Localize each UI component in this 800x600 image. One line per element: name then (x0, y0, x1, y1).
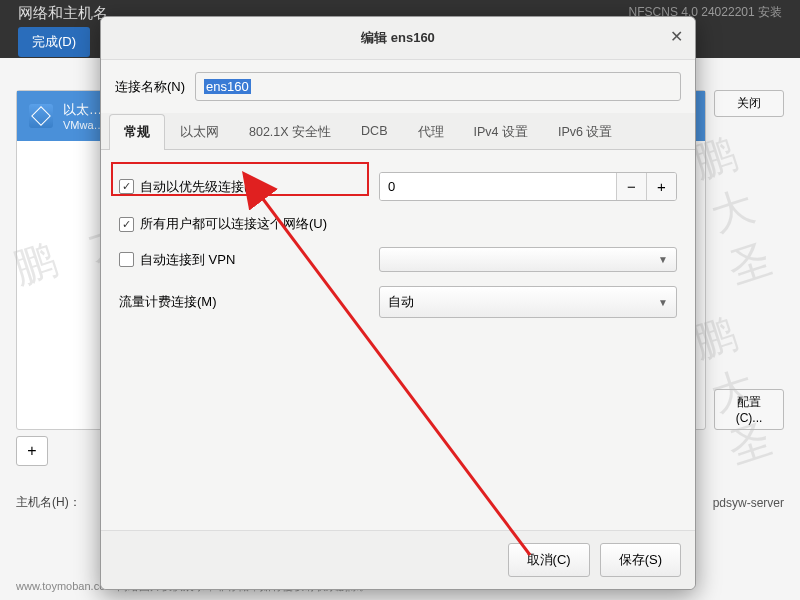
add-connection-button[interactable]: + (16, 436, 48, 466)
all-users-checkbox[interactable] (119, 217, 134, 232)
tab-8021x[interactable]: 802.1X 安全性 (234, 114, 346, 150)
connection-item-title: 以太… (63, 101, 105, 119)
auto-vpn-label: 自动连接到 VPN (140, 251, 235, 269)
priority-minus-button[interactable]: − (616, 173, 646, 200)
close-button[interactable]: 关闭 (714, 90, 784, 117)
priority-input[interactable] (380, 173, 616, 200)
metered-combo[interactable]: 自动 ▼ (379, 286, 677, 318)
tab-dcb[interactable]: DCB (346, 114, 402, 150)
vpn-combo[interactable]: ▼ (379, 247, 677, 272)
metered-label: 流量计费连接(M) (119, 293, 217, 311)
bg-title: 网络和主机名 (18, 4, 108, 21)
edit-connection-dialog: 编辑 ens160 ✕ 连接名称(N) ens160 常规 以太网 802.1X… (100, 16, 696, 590)
priority-spinner[interactable]: − + (379, 172, 677, 201)
auto-vpn-checkbox[interactable] (119, 252, 134, 267)
tab-general[interactable]: 常规 (109, 114, 165, 150)
all-users-label: 所有用户都可以连接这个网络(U) (140, 215, 327, 233)
auto-priority-checkbox[interactable] (119, 179, 134, 194)
dialog-title: 编辑 ens160 ✕ (101, 17, 695, 60)
save-button[interactable]: 保存(S) (600, 543, 681, 577)
connection-item-sub: VMwa… (63, 119, 105, 131)
hostname-value: pdsyw-server (713, 496, 784, 510)
tab-ethernet[interactable]: 以太网 (165, 114, 234, 150)
tab-ipv6[interactable]: IPv6 设置 (543, 114, 628, 150)
connection-name-input[interactable]: ens160 (195, 72, 681, 101)
tab-bar: 常规 以太网 802.1X 安全性 DCB 代理 IPv4 设置 IPv6 设置 (101, 113, 695, 150)
ethernet-icon (29, 104, 53, 128)
metered-combo-value: 自动 (388, 293, 414, 311)
dialog-close-button[interactable]: ✕ (670, 27, 683, 46)
priority-plus-button[interactable]: + (646, 173, 676, 200)
connection-name-label: 连接名称(N) (115, 78, 185, 96)
done-button[interactable]: 完成(D) (18, 27, 90, 57)
hostname-label: 主机名(H)： (16, 494, 81, 511)
chevron-down-icon: ▼ (658, 254, 668, 265)
configure-button[interactable]: 配置(C)... (714, 389, 784, 430)
cancel-button[interactable]: 取消(C) (508, 543, 590, 577)
auto-priority-label: 自动以优先级连接(A) (140, 178, 261, 196)
chevron-down-icon: ▼ (658, 297, 668, 308)
tab-proxy[interactable]: 代理 (403, 114, 459, 150)
dialog-title-text: 编辑 ens160 (361, 30, 435, 45)
tab-ipv4[interactable]: IPv4 设置 (459, 114, 544, 150)
